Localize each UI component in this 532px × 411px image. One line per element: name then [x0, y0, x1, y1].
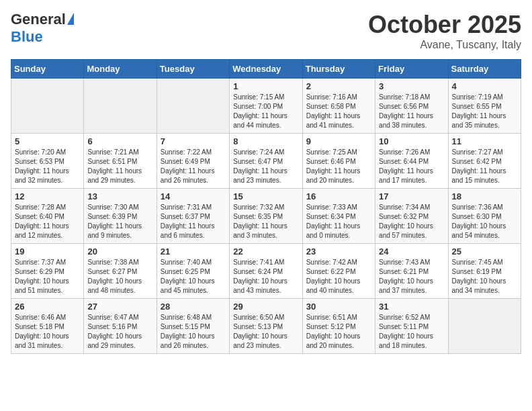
calendar-cell: 15Sunrise: 7:32 AM Sunset: 6:35 PM Dayli… — [230, 189, 302, 244]
day-number: 6 — [87, 136, 152, 146]
weekday-friday: Friday — [375, 60, 448, 79]
day-number: 9 — [306, 136, 371, 146]
day-info: Sunrise: 7:26 AM Sunset: 6:44 PM Dayligh… — [379, 148, 444, 185]
day-info: Sunrise: 7:18 AM Sunset: 6:56 PM Dayligh… — [379, 93, 444, 130]
weekday-thursday: Thursday — [302, 60, 375, 79]
day-number: 11 — [452, 136, 517, 146]
calendar-cell: 7Sunrise: 7:22 AM Sunset: 6:49 PM Daylig… — [157, 134, 229, 189]
day-info: Sunrise: 7:19 AM Sunset: 6:55 PM Dayligh… — [452, 93, 517, 130]
day-info: Sunrise: 7:33 AM Sunset: 6:34 PM Dayligh… — [306, 203, 371, 240]
day-info: Sunrise: 6:52 AM Sunset: 5:11 PM Dayligh… — [379, 313, 444, 351]
day-info: Sunrise: 7:25 AM Sunset: 6:46 PM Dayligh… — [306, 148, 371, 185]
day-info: Sunrise: 7:22 AM Sunset: 6:49 PM Dayligh… — [161, 148, 226, 185]
logo-general-text: General — [11, 11, 66, 28]
day-number: 2 — [306, 81, 371, 91]
weekday-sunday: Sunday — [11, 60, 84, 79]
day-number: 20 — [87, 246, 152, 257]
day-number: 7 — [161, 136, 226, 146]
day-info: Sunrise: 7:36 AM Sunset: 6:30 PM Dayligh… — [452, 203, 517, 240]
calendar-cell: 9Sunrise: 7:25 AM Sunset: 6:46 PM Daylig… — [302, 134, 375, 189]
day-info: Sunrise: 7:16 AM Sunset: 6:58 PM Dayligh… — [306, 93, 371, 130]
day-number: 17 — [379, 191, 444, 201]
calendar-cell: 14Sunrise: 7:31 AM Sunset: 6:37 PM Dayli… — [157, 189, 229, 244]
calendar-week-5: 26Sunrise: 6:46 AM Sunset: 5:18 PM Dayli… — [11, 299, 521, 354]
day-info: Sunrise: 7:20 AM Sunset: 6:53 PM Dayligh… — [15, 148, 80, 185]
day-number: 25 — [452, 246, 517, 257]
weekday-saturday: Saturday — [448, 60, 521, 79]
day-number: 30 — [306, 302, 371, 312]
calendar-cell: 1Sunrise: 7:15 AM Sunset: 7:00 PM Daylig… — [230, 79, 302, 134]
day-info: Sunrise: 7:34 AM Sunset: 6:32 PM Dayligh… — [379, 203, 444, 240]
day-number: 4 — [452, 81, 517, 91]
day-number: 31 — [379, 302, 444, 312]
calendar-cell: 28Sunrise: 6:48 AM Sunset: 5:15 PM Dayli… — [157, 299, 229, 354]
calendar-cell: 27Sunrise: 6:47 AM Sunset: 5:16 PM Dayli… — [84, 299, 157, 354]
day-info: Sunrise: 7:45 AM Sunset: 6:19 PM Dayligh… — [452, 258, 517, 295]
calendar-cell: 17Sunrise: 7:34 AM Sunset: 6:32 PM Dayli… — [375, 189, 448, 244]
day-info: Sunrise: 7:15 AM Sunset: 7:00 PM Dayligh… — [233, 93, 298, 130]
page-header: General Blue October 2025 Avane, Tuscany… — [11, 11, 521, 51]
weekday-tuesday: Tuesday — [157, 60, 229, 79]
day-number: 28 — [161, 302, 226, 312]
day-info: Sunrise: 6:48 AM Sunset: 5:15 PM Dayligh… — [161, 313, 226, 351]
day-info: Sunrise: 6:50 AM Sunset: 5:13 PM Dayligh… — [233, 313, 298, 351]
month-heading: October 2025 — [368, 11, 521, 39]
month-title: October 2025 Avane, Tuscany, Italy — [368, 11, 521, 51]
calendar-table: SundayMondayTuesdayWednesdayThursdayFrid… — [11, 59, 521, 354]
day-info: Sunrise: 7:40 AM Sunset: 6:25 PM Dayligh… — [161, 258, 226, 295]
calendar-week-3: 12Sunrise: 7:28 AM Sunset: 6:40 PM Dayli… — [11, 189, 521, 244]
day-number: 26 — [15, 302, 80, 312]
logo-blue-text: Blue — [11, 28, 43, 46]
calendar-cell: 24Sunrise: 7:43 AM Sunset: 6:21 PM Dayli… — [375, 244, 448, 299]
day-info: Sunrise: 7:27 AM Sunset: 6:42 PM Dayligh… — [452, 148, 517, 185]
day-info: Sunrise: 7:32 AM Sunset: 6:35 PM Dayligh… — [233, 203, 298, 240]
weekday-wednesday: Wednesday — [230, 60, 302, 79]
calendar-week-2: 5Sunrise: 7:20 AM Sunset: 6:53 PM Daylig… — [11, 134, 521, 189]
calendar-cell: 31Sunrise: 6:52 AM Sunset: 5:11 PM Dayli… — [375, 299, 448, 354]
day-info: Sunrise: 7:38 AM Sunset: 6:27 PM Dayligh… — [87, 258, 152, 295]
day-info: Sunrise: 7:41 AM Sunset: 6:24 PM Dayligh… — [233, 258, 298, 295]
day-number: 3 — [379, 81, 444, 91]
day-number: 23 — [306, 246, 371, 257]
calendar-cell: 20Sunrise: 7:38 AM Sunset: 6:27 PM Dayli… — [84, 244, 157, 299]
weekday-monday: Monday — [84, 60, 157, 79]
day-number: 16 — [306, 191, 371, 201]
day-number: 12 — [15, 191, 80, 201]
day-info: Sunrise: 7:31 AM Sunset: 6:37 PM Dayligh… — [161, 203, 226, 240]
calendar-cell: 23Sunrise: 7:42 AM Sunset: 6:22 PM Dayli… — [302, 244, 375, 299]
calendar-cell: 25Sunrise: 7:45 AM Sunset: 6:19 PM Dayli… — [448, 244, 521, 299]
day-number: 18 — [452, 191, 517, 201]
calendar-cell — [84, 79, 157, 134]
day-number: 15 — [233, 191, 298, 201]
day-info: Sunrise: 7:42 AM Sunset: 6:22 PM Dayligh… — [306, 258, 371, 295]
calendar-cell: 21Sunrise: 7:40 AM Sunset: 6:25 PM Dayli… — [157, 244, 229, 299]
day-info: Sunrise: 6:46 AM Sunset: 5:18 PM Dayligh… — [15, 313, 80, 351]
day-number: 8 — [233, 136, 298, 146]
day-number: 1 — [233, 81, 298, 91]
day-number: 19 — [15, 246, 80, 257]
day-number: 13 — [87, 191, 152, 201]
calendar-cell — [11, 79, 84, 134]
calendar-cell: 4Sunrise: 7:19 AM Sunset: 6:55 PM Daylig… — [448, 79, 521, 134]
calendar-week-1: 1Sunrise: 7:15 AM Sunset: 7:00 PM Daylig… — [11, 79, 521, 134]
calendar-cell: 8Sunrise: 7:24 AM Sunset: 6:47 PM Daylig… — [230, 134, 302, 189]
day-info: Sunrise: 7:24 AM Sunset: 6:47 PM Dayligh… — [233, 148, 298, 185]
day-info: Sunrise: 7:28 AM Sunset: 6:40 PM Dayligh… — [15, 203, 80, 240]
day-info: Sunrise: 7:30 AM Sunset: 6:39 PM Dayligh… — [87, 203, 152, 240]
day-number: 21 — [161, 246, 226, 257]
day-info: Sunrise: 6:51 AM Sunset: 5:12 PM Dayligh… — [306, 313, 371, 351]
calendar-cell: 18Sunrise: 7:36 AM Sunset: 6:30 PM Dayli… — [448, 189, 521, 244]
day-info: Sunrise: 7:21 AM Sunset: 6:51 PM Dayligh… — [87, 148, 152, 185]
calendar-cell: 13Sunrise: 7:30 AM Sunset: 6:39 PM Dayli… — [84, 189, 157, 244]
day-number: 14 — [161, 191, 226, 201]
calendar-cell: 5Sunrise: 7:20 AM Sunset: 6:53 PM Daylig… — [11, 134, 84, 189]
day-number: 27 — [87, 302, 152, 312]
day-number: 5 — [15, 136, 80, 146]
day-number: 24 — [379, 246, 444, 257]
calendar-cell: 6Sunrise: 7:21 AM Sunset: 6:51 PM Daylig… — [84, 134, 157, 189]
logo-triangle-icon — [67, 13, 74, 25]
calendar-cell: 19Sunrise: 7:37 AM Sunset: 6:29 PM Dayli… — [11, 244, 84, 299]
calendar-week-4: 19Sunrise: 7:37 AM Sunset: 6:29 PM Dayli… — [11, 244, 521, 299]
calendar-cell: 10Sunrise: 7:26 AM Sunset: 6:44 PM Dayli… — [375, 134, 448, 189]
calendar-cell: 29Sunrise: 6:50 AM Sunset: 5:13 PM Dayli… — [230, 299, 302, 354]
